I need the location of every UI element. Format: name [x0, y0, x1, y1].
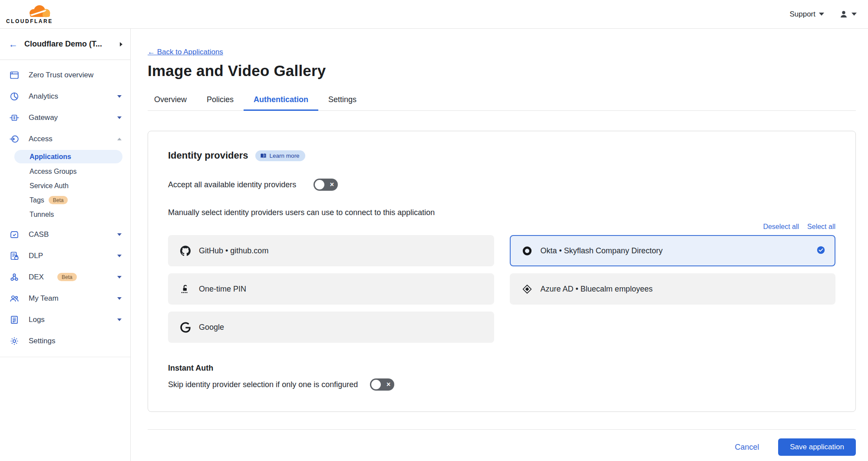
sidebar-item-label: Analytics — [29, 92, 58, 101]
cloudflare-wordmark: CLOUDFLARE — [6, 18, 63, 24]
sidebar-item-label: Tags — [30, 196, 44, 204]
one-time-pin-icon — [180, 284, 191, 294]
account-menu[interactable] — [839, 10, 857, 19]
network-cluster-icon — [9, 272, 20, 282]
sidebar-item-label: Logs — [29, 315, 45, 324]
sidebar-item-tags[interactable]: Tags Beta — [0, 193, 130, 207]
back-to-applications-link[interactable]: ← Back to Applications — [148, 48, 223, 56]
chevron-down-icon — [117, 233, 122, 236]
access-subnav: Applications Access Groups Service Auth … — [0, 150, 130, 222]
logs-document-icon — [9, 315, 20, 325]
sidebar-item-label: Service Auth — [30, 182, 69, 190]
idp-label: Azure AD • Bluecalm employees — [541, 285, 653, 294]
sidebar-item-label: CASB — [29, 230, 49, 239]
idp-label: Google — [199, 323, 224, 332]
manual-select-text: Manually select identity providers users… — [168, 208, 835, 217]
save-application-button[interactable]: Save application — [778, 438, 856, 456]
idp-tile-github[interactable]: GitHub • github.com — [168, 235, 494, 266]
selected-check-icon — [817, 246, 825, 256]
sidebar-item-dlp[interactable]: DLP — [0, 245, 130, 266]
chevron-up-icon — [117, 138, 122, 140]
sidebar-item-settings[interactable]: Settings — [0, 330, 130, 352]
chevron-down-icon — [851, 13, 857, 16]
accept-all-toggle[interactable]: × — [314, 179, 338, 191]
accept-all-label: Accept all available identity providers — [168, 180, 296, 189]
action-bar: Cancel Save application — [148, 429, 856, 461]
sidebar-item-analytics[interactable]: Analytics — [0, 86, 130, 107]
sidebar-item-label: DLP — [29, 252, 43, 260]
book-icon — [260, 153, 267, 159]
access-login-icon — [9, 134, 20, 144]
deselect-all-link[interactable]: Deselect all — [763, 223, 799, 231]
account-name[interactable]: Cloudflare Demo (T... — [24, 40, 113, 49]
sidebar-item-service-auth[interactable]: Service Auth — [0, 179, 130, 193]
identity-providers-card: Identity providers Learn more Accept all… — [148, 131, 856, 412]
chevron-down-icon — [117, 297, 122, 300]
gateway-icon — [9, 113, 20, 123]
cloudflare-logo[interactable]: CLOUDFLARE — [6, 4, 63, 24]
tab-authentication[interactable]: Authentication — [244, 90, 318, 111]
sidebar-item-my-team[interactable]: My Team — [0, 288, 130, 309]
top-bar-right: Support — [789, 10, 857, 19]
sidebar-item-gateway[interactable]: Gateway — [0, 107, 130, 128]
learn-more-link[interactable]: Learn more — [255, 150, 305, 161]
idp-tile-google[interactable]: Google — [168, 312, 494, 343]
idp-label: GitHub • github.com — [199, 246, 268, 255]
sidebar-account-header: ← Cloudflare Demo (T... — [0, 29, 130, 60]
tab-settings[interactable]: Settings — [318, 90, 366, 111]
chevron-down-icon — [117, 95, 122, 98]
learn-more-label: Learn more — [270, 153, 300, 159]
sidebar-item-label: DEX — [29, 273, 44, 282]
support-label: Support — [789, 10, 815, 19]
page-title: Image and Video Gallery — [148, 62, 856, 80]
sidebar-item-access-groups[interactable]: Access Groups — [0, 164, 130, 179]
sidebar-item-label: Applications — [30, 153, 71, 161]
sidebar-nav: Zero Trust overview Analytics Gateway — [0, 60, 130, 357]
select-all-link[interactable]: Select all — [807, 223, 835, 231]
sidebar-item-access[interactable]: Access — [0, 128, 130, 149]
pie-chart-icon — [9, 91, 20, 102]
sidebar-item-label: Zero Trust overview — [29, 71, 93, 80]
sidebar-item-label: Settings — [29, 337, 55, 345]
sidebar-item-applications[interactable]: Applications — [14, 150, 122, 163]
sidebar-item-logs[interactable]: Logs — [0, 309, 130, 330]
beta-badge: Beta — [57, 273, 77, 281]
chevron-down-icon — [117, 116, 122, 119]
sidebar-item-dex[interactable]: DEX Beta — [0, 266, 130, 288]
sidebar-item-label: Access — [29, 135, 53, 143]
idp-tile-one-time-pin[interactable]: One-time PIN — [168, 273, 494, 305]
casb-box-icon — [9, 229, 20, 240]
sidebar-item-label: Gateway — [29, 113, 58, 122]
tab-policies[interactable]: Policies — [197, 90, 244, 111]
top-bar: CLOUDFLARE Support — [0, 0, 868, 29]
tab-overview[interactable]: Overview — [148, 90, 197, 111]
idp-tile-okta[interactable]: Okta • Skyflash Company Directory — [510, 235, 836, 266]
toggle-knob — [371, 380, 381, 389]
chevron-down-icon — [819, 13, 824, 16]
okta-icon — [522, 245, 532, 256]
cancel-button[interactable]: Cancel — [735, 443, 759, 452]
idp-label: One-time PIN — [199, 285, 246, 294]
sidebar-item-label: My Team — [29, 294, 59, 303]
window-icon — [9, 70, 20, 80]
idp-tile-azure-ad[interactable]: Azure AD • Bluecalm employees — [510, 273, 836, 305]
sidebar-item-zero-trust-overview[interactable]: Zero Trust overview — [0, 64, 130, 86]
idp-label: Okta • Skyflash Company Directory — [541, 246, 663, 255]
toggle-knob — [315, 180, 324, 189]
beta-badge: Beta — [49, 196, 68, 204]
instant-auth-label: Skip identity provider selection if only… — [168, 380, 358, 389]
sidebar-item-label: Tunnels — [30, 211, 54, 219]
sidebar: ← Cloudflare Demo (T... Zero Trust overv… — [0, 29, 131, 461]
user-icon — [839, 10, 848, 19]
identity-provider-grid: GitHub • github.com Okta • Skyflash Comp… — [168, 235, 835, 343]
sidebar-item-casb[interactable]: CASB — [0, 224, 130, 245]
support-menu[interactable]: Support — [789, 10, 824, 19]
document-lock-icon — [9, 251, 20, 261]
main-content: ← Back to Applications Image and Video G… — [131, 29, 868, 461]
instant-auth-heading: Instant Auth — [168, 364, 835, 373]
sidebar-item-tunnels[interactable]: Tunnels — [0, 207, 130, 222]
toggle-x-icon: × — [386, 381, 390, 388]
instant-auth-toggle[interactable]: × — [370, 378, 394, 391]
chevron-right-icon[interactable] — [120, 42, 122, 46]
back-arrow-icon[interactable]: ← — [9, 40, 18, 49]
